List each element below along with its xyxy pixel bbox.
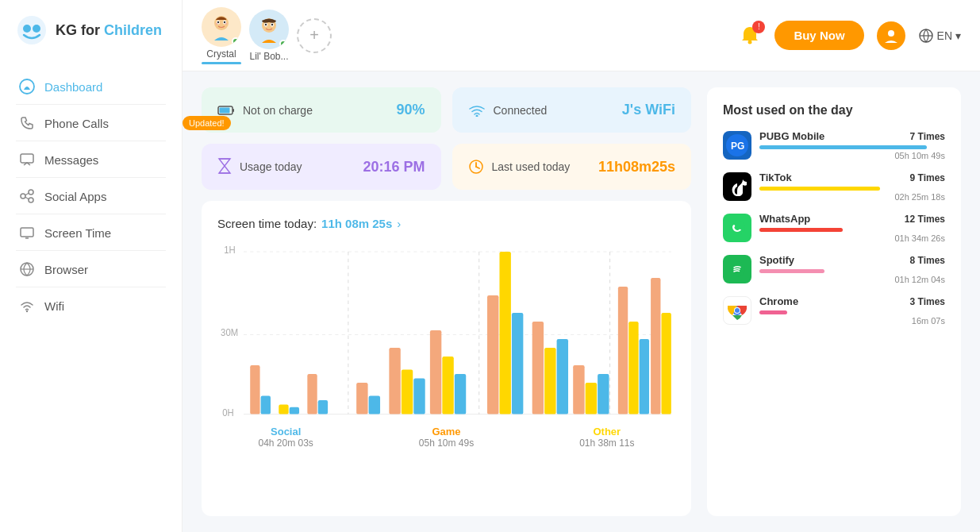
svg-rect-10	[21, 228, 33, 237]
legend-game-time: 05h 10m 49s	[419, 438, 474, 449]
last-used-label-group: Last used today	[468, 159, 571, 175]
browser-icon	[19, 261, 35, 277]
globe-icon	[918, 28, 934, 44]
content-left: Not on charge 90% Connected J's	[202, 87, 691, 516]
sidebar-item-browser[interactable]: Browser	[0, 251, 182, 287]
sidebar-item-label: Browser	[44, 263, 88, 276]
svg-point-88	[735, 308, 740, 313]
user-icon	[882, 27, 900, 44]
app-times-chrome: 3 Times	[910, 296, 945, 307]
profile-crystal[interactable]: Crystal	[202, 7, 241, 64]
app-name-row-tiktok: TikTok 9 Times	[759, 172, 945, 183]
app-duration-pubg: 05h 10m 49s	[759, 151, 945, 160]
sidebar-item-phone-calls[interactable]: Phone Calls Updated!	[0, 105, 182, 141]
last-used-value: 11h08m25s	[598, 159, 675, 175]
svg-rect-58	[318, 400, 328, 414]
logo-icon	[16, 14, 48, 46]
svg-point-25	[265, 23, 267, 25]
app-duration-whatsapp: 01h 34m 26s	[759, 233, 945, 243]
app-name-chrome: Chrome	[759, 295, 798, 307]
profile-lilbob[interactable]: Lil' Bob...	[249, 10, 289, 62]
app-item-tiktok: TikTok 9 Times 02h 25m 18s	[723, 172, 945, 202]
app-info-whatsapp: WhatsApp 12 Times 01h 34m 26s	[759, 213, 945, 243]
profile-name-crystal: Crystal	[206, 48, 236, 60]
svg-point-2	[33, 25, 40, 33]
hourglass-icon	[217, 158, 232, 175]
user-profile-button[interactable]	[877, 21, 905, 50]
app-bar-chrome	[759, 310, 787, 314]
add-profile-button[interactable]: +	[297, 18, 332, 53]
app-duration-chrome: 16m 07s	[759, 316, 945, 326]
svg-rect-77	[628, 322, 638, 414]
usage-card: Usage today 20:16 PM	[202, 144, 441, 190]
svg-rect-66	[455, 374, 466, 414]
sidebar-item-label: Social Apps	[44, 190, 106, 203]
app-info-pubg: PUBG Mobile 7 Times 05h 10m 49s	[759, 130, 945, 160]
app-item-spotify: Spotify 8 Times 01h 12m 04s	[723, 254, 945, 284]
app-icon-chrome	[723, 296, 751, 325]
profile-avatar-crystal	[202, 7, 241, 47]
notifications-button[interactable]: !	[738, 24, 762, 48]
svg-rect-60	[369, 396, 380, 414]
svg-point-20	[216, 23, 218, 25]
chart-time: 11h 08m 25s	[321, 217, 392, 230]
sidebar-item-label: Phone Calls	[44, 117, 109, 130]
chart-legend: Social 04h 20m 03s Game 05h 10m 49s Othe…	[217, 426, 675, 449]
legend-other-time: 01h 38m 11s	[579, 438, 634, 449]
language-selector[interactable]: EN ▾	[918, 28, 961, 44]
legend-social-time: 04h 20m 03s	[258, 438, 313, 449]
chart-arrow: ›	[397, 217, 401, 230]
app-info-spotify: Spotify 8 Times 01h 12m 04s	[759, 254, 945, 284]
app-bar-spotify	[759, 269, 824, 273]
sidebar-item-dashboard[interactable]: Dashboard	[0, 68, 182, 105]
svg-line-39	[476, 167, 479, 168]
svg-rect-4	[21, 154, 33, 163]
svg-point-18	[217, 21, 219, 22]
svg-rect-73	[573, 365, 584, 414]
app-name-row-pubg: PUBG Mobile 7 Times	[759, 130, 945, 142]
lang-label: EN	[937, 29, 952, 42]
svg-point-26	[271, 23, 273, 25]
svg-point-34	[475, 114, 478, 117]
app-info-tiktok: TikTok 9 Times 02h 25m 18s	[759, 172, 945, 202]
svg-text:PG: PG	[731, 141, 744, 152]
status-cards-bottom: Usage today 20:16 PM Last used today 11h…	[202, 144, 691, 190]
usage-label: Usage today	[240, 160, 302, 173]
chart-title: Screen time today: 11h 08m 25s ›	[217, 217, 675, 230]
svg-rect-67	[487, 295, 498, 414]
wifi-status-card: Connected J's WiFi	[452, 87, 692, 133]
sidebar-item-screen-time[interactable]: Screen Time	[0, 214, 182, 251]
svg-rect-69	[512, 313, 523, 414]
status-dot-lilbob	[279, 40, 287, 48]
svg-point-0	[17, 16, 46, 44]
svg-rect-63	[413, 379, 425, 414]
screen-icon	[19, 225, 35, 241]
profiles-list: Crystal	[202, 7, 332, 64]
app-name-row-whatsapp: WhatsApp 12 Times	[759, 213, 945, 225]
legend-game: Game 05h 10m 49s	[419, 426, 474, 449]
svg-point-7	[29, 198, 33, 202]
wifi-label: Connected	[494, 104, 548, 117]
svg-rect-79	[651, 278, 660, 414]
svg-text:1H: 1H	[224, 245, 235, 255]
svg-rect-56	[290, 407, 299, 414]
svg-point-83	[729, 220, 745, 236]
sidebar-item-social-apps[interactable]: Social Apps	[0, 178, 182, 214]
legend-other: Other 01h 38m 11s	[579, 426, 634, 449]
logo: KG for Children	[0, 0, 182, 60]
main-content: Crystal	[183, 0, 980, 532]
profile-name-lilbob: Lil' Bob...	[250, 51, 289, 62]
svg-rect-59	[356, 383, 367, 414]
lang-chevron: ▾	[955, 29, 961, 42]
battery-icon	[217, 105, 235, 116]
svg-rect-61	[389, 348, 400, 414]
svg-rect-55	[279, 405, 288, 414]
chart-card: Screen time today: 11h 08m 25s › 1H 30M …	[202, 201, 691, 516]
app-times-whatsapp: 12 Times	[905, 214, 945, 225]
sidebar-item-wifi[interactable]: Wifi	[0, 287, 182, 324]
svg-point-1	[23, 25, 31, 33]
svg-rect-75	[598, 374, 609, 414]
buy-now-button[interactable]: Buy Now	[774, 21, 863, 50]
sidebar-item-messages[interactable]: Messages	[0, 141, 182, 178]
wifi-value: J's WiFi	[622, 102, 675, 118]
